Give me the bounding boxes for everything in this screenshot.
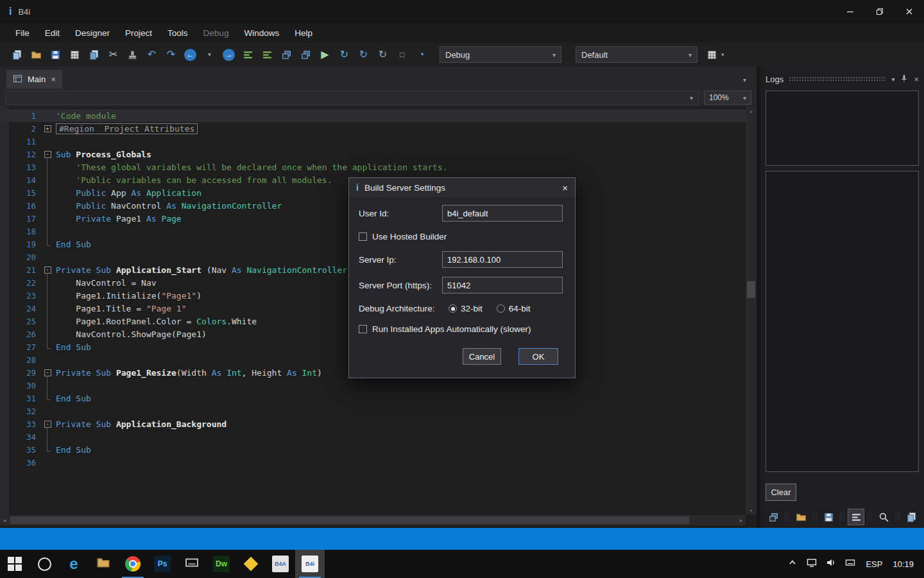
use-hosted-builder-checkbox[interactable] <box>359 232 367 241</box>
logs-tab-icon[interactable] <box>848 509 864 525</box>
b4a-icon[interactable]: B4A <box>266 550 295 578</box>
find-references-icon[interactable] <box>876 509 891 525</box>
cortana-button[interactable] <box>30 550 59 578</box>
vertical-scrollbar-thumb[interactable] <box>747 281 755 298</box>
close-icon[interactable] <box>894 0 924 23</box>
zoom-combo[interactable]: 100% ▾ <box>704 91 751 105</box>
fold-gutter[interactable]: - <box>42 148 53 161</box>
dialog-close-icon[interactable]: × <box>562 182 568 193</box>
ok-button[interactable]: OK <box>518 348 558 365</box>
network-display-icon[interactable] <box>807 557 817 570</box>
collapse-region-icon[interactable]: - <box>44 151 51 158</box>
undo-icon[interactable]: ↶ <box>144 47 160 63</box>
collapse-region-icon[interactable]: - <box>44 421 51 428</box>
tab-main[interactable]: Main × <box>6 70 62 89</box>
panel-close-icon[interactable]: × <box>914 74 919 84</box>
edge-icon[interactable]: e <box>59 550 89 578</box>
run-icon[interactable]: ▶ <box>317 47 333 63</box>
navigate-forward-icon[interactable]: → <box>221 47 237 63</box>
scroll-up-icon[interactable]: ▴ <box>746 108 757 114</box>
user-id-input[interactable] <box>442 205 563 222</box>
horizontal-scrollbar-thumb[interactable] <box>10 516 689 524</box>
chevron-down-icon[interactable]: ▾ <box>891 76 894 83</box>
horizontal-scrollbar[interactable]: ◂ ▸ <box>0 515 746 525</box>
menu-item-project[interactable]: Project <box>117 23 160 42</box>
build-configuration-combo[interactable]: Debug ▾ <box>440 46 561 63</box>
clock[interactable]: 10:19 <box>893 559 914 569</box>
member-navigator-combo[interactable]: ▾ <box>5 91 699 105</box>
expand-region-icon[interactable]: + <box>44 125 51 132</box>
tray-chevron-up-icon[interactable] <box>787 557 798 570</box>
restore-button[interactable] <box>865 0 894 23</box>
menu-item-designer[interactable]: Designer <box>67 23 117 42</box>
autorun-checkbox[interactable] <box>359 325 367 333</box>
step-icon[interactable]: ↻ <box>375 47 391 63</box>
menu-item-help[interactable]: Help <box>287 23 320 42</box>
fold-gutter[interactable]: - <box>42 263 53 276</box>
navigate-history-chevron-icon[interactable]: ▾ <box>201 47 218 63</box>
menu-item-file[interactable]: File <box>8 23 37 42</box>
file-explorer-icon[interactable] <box>89 550 118 578</box>
dialog-titlebar[interactable]: i Build Server Settings × <box>349 178 575 197</box>
server-port-input[interactable] <box>442 277 563 293</box>
files-manager-icon[interactable] <box>793 509 809 525</box>
build-profile-combo[interactable]: Default ▾ <box>576 46 697 63</box>
copy-icon[interactable] <box>86 47 102 63</box>
chrome-icon[interactable] <box>118 550 148 578</box>
radio-64-bit[interactable]: 64-bit <box>497 304 531 313</box>
radio-button-icon[interactable] <box>497 304 505 313</box>
layout-icon[interactable] <box>704 47 720 63</box>
menu-item-tools[interactable]: Tools <box>160 23 196 42</box>
fold-gutter[interactable]: - <box>42 366 53 379</box>
navigate-back-icon[interactable]: ← <box>182 47 198 63</box>
resume-icon[interactable]: ↻ <box>336 47 352 63</box>
scroll-left-icon[interactable]: ◂ <box>0 515 9 525</box>
stop-icon[interactable]: □ <box>394 47 410 63</box>
comment-icon[interactable] <box>240 47 256 63</box>
radio-32-bit[interactable]: 32-bit <box>449 304 483 313</box>
menu-item-debug[interactable]: Debug <box>196 23 237 42</box>
scroll-right-icon[interactable]: ▸ <box>737 515 746 525</box>
save-icon[interactable] <box>47 47 64 63</box>
sdk-manager-icon[interactable] <box>236 550 266 578</box>
language-indicator[interactable]: ESP <box>866 559 882 569</box>
tab-close-icon[interactable]: × <box>51 74 56 84</box>
restart-icon[interactable]: ↻ <box>355 47 372 63</box>
start-button[interactable] <box>0 550 30 578</box>
minimize-button[interactable] <box>835 0 865 23</box>
chevron-down-icon[interactable]: ▾ <box>721 51 724 58</box>
fold-gutter[interactable]: + <box>42 122 53 135</box>
logs-panel-header[interactable]: Logs ▾ × <box>766 71 919 87</box>
menu-item-edit[interactable]: Edit <box>37 23 67 42</box>
tab-list-chevron-icon[interactable]: ▾ <box>743 76 746 83</box>
vertical-scrollbar[interactable]: ▴ ▾ <box>746 107 757 515</box>
dreamweaver-icon[interactable]: Dw <box>207 550 236 578</box>
designer-icon[interactable] <box>278 47 295 63</box>
open-icon[interactable] <box>28 47 44 63</box>
panels-layout-icon[interactable] <box>766 509 781 525</box>
photoshop-icon[interactable]: Ps <box>148 550 177 578</box>
libraries-icon[interactable] <box>903 509 919 525</box>
export-icon[interactable] <box>67 47 83 63</box>
new-icon[interactable] <box>9 47 25 63</box>
redo-icon[interactable]: ↷ <box>163 47 179 63</box>
touch-keyboard-icon[interactable] <box>845 557 855 570</box>
b4i-icon[interactable]: B4i <box>295 550 325 578</box>
profiler-icon[interactable]: ◔ <box>413 47 429 63</box>
modules-icon[interactable] <box>821 509 836 525</box>
utility-icon[interactable] <box>177 550 207 578</box>
volume-icon[interactable] <box>826 557 836 570</box>
radio-button-icon[interactable] <box>449 304 457 313</box>
collapse-region-icon[interactable]: - <box>44 369 51 376</box>
menu-item-windows[interactable]: Windows <box>236 23 287 42</box>
uncomment-icon[interactable] <box>259 47 275 63</box>
bridge-icon[interactable] <box>298 47 314 63</box>
pin-icon[interactable] <box>900 74 909 84</box>
cancel-button[interactable]: Cancel <box>463 348 501 365</box>
collapse-region-icon[interactable]: - <box>44 267 51 274</box>
cut-icon[interactable]: ✂ <box>105 47 121 63</box>
clear-logs-button[interactable]: Clear <box>766 484 796 501</box>
fold-gutter[interactable]: - <box>42 417 53 430</box>
paste-icon[interactable] <box>124 47 141 63</box>
scroll-down-icon[interactable]: ▾ <box>746 507 757 514</box>
